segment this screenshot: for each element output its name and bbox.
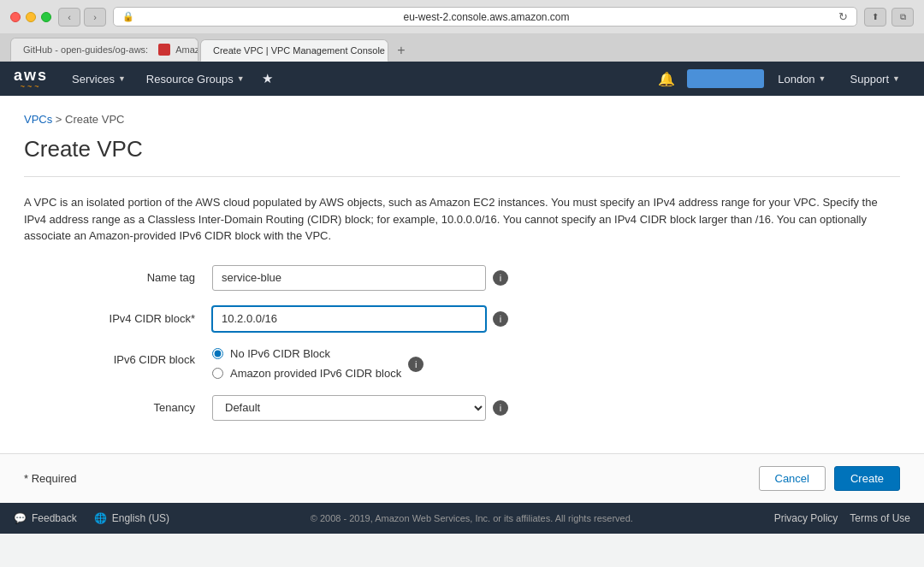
maximize-button[interactable] xyxy=(41,12,51,22)
feedback-button[interactable]: 💬 Feedback xyxy=(14,512,77,524)
browser-tabs: GitHub - open-guides/og-aws: Amazon Web … xyxy=(0,33,924,61)
new-tab-plus[interactable]: + xyxy=(390,40,412,61)
titlebar: ‹ › 🔒 eu-west-2.console.aws.amazon.com ↻… xyxy=(0,0,924,33)
cancel-button[interactable]: Cancel xyxy=(759,466,826,491)
aws-logo[interactable]: aws ~~~ xyxy=(14,68,48,91)
region-chevron: ▼ xyxy=(819,74,826,83)
tenancy-select-wrap: Default Dedicated Host xyxy=(212,395,486,421)
traffic-lights xyxy=(10,12,51,22)
tab-vpc-label: Create VPC | VPC Management Console xyxy=(213,45,385,56)
ipv4-row: IPv4 CIDR block* i xyxy=(41,306,883,332)
footer-links: Privacy Policy Terms of Use xyxy=(774,512,910,524)
close-button[interactable] xyxy=(10,12,21,22)
page-footer: 💬 Feedback 🌐 English (US) © 2008 - 2019,… xyxy=(0,503,924,534)
terms-of-use-link[interactable]: Terms of Use xyxy=(850,512,910,524)
refresh-icon[interactable]: ↻ xyxy=(838,10,848,23)
tab-github[interactable]: GitHub - open-guides/og-aws: Amazon Web … xyxy=(10,38,198,61)
tenancy-select[interactable]: Default Dedicated Host xyxy=(212,395,486,421)
services-chevron: ▼ xyxy=(118,74,126,83)
required-note: * Required xyxy=(24,472,76,485)
feedback-label: Feedback xyxy=(32,512,77,524)
region-button[interactable]: London ▼ xyxy=(767,62,836,96)
footer-bar: * Required Cancel Create xyxy=(0,453,924,503)
form-section: Name tag i IPv4 CIDR block* i IPv6 CIDR … xyxy=(24,265,900,421)
divider xyxy=(24,176,900,177)
ipv6-radio-group: No IPv6 CIDR Block Amazon provided IPv6 … xyxy=(212,347,401,380)
name-tag-row: Name tag i xyxy=(41,265,883,291)
lock-icon: 🔒 xyxy=(122,11,134,22)
aws-logo-arc: ~~~ xyxy=(21,83,42,91)
ipv4-control: i xyxy=(212,306,508,332)
services-label: Services xyxy=(72,73,115,86)
bell-icon[interactable]: 🔔 xyxy=(649,71,684,87)
share-button[interactable]: ⬆ xyxy=(864,8,886,27)
page-description: A VPC is an isolated portion of the AWS … xyxy=(24,194,900,245)
ipv6-amazon-block-label: Amazon provided IPv6 CIDR block xyxy=(230,367,401,380)
tenancy-label: Tenancy xyxy=(41,395,212,414)
account-button[interactable] xyxy=(687,69,764,88)
ipv6-no-block-radio[interactable] xyxy=(212,348,223,359)
ipv6-amazon-block-row: Amazon provided IPv6 CIDR block xyxy=(212,367,401,380)
create-button[interactable]: Create xyxy=(834,466,900,491)
url-bar[interactable]: 🔒 eu-west-2.console.aws.amazon.com ↻ xyxy=(113,7,857,27)
language-label: English (US) xyxy=(112,512,169,524)
breadcrumb-separator: > xyxy=(56,113,62,126)
tenancy-control: Default Dedicated Host i xyxy=(212,395,508,421)
language-button[interactable]: 🌐 English (US) xyxy=(94,512,169,524)
aws-logo-text: aws xyxy=(14,68,48,83)
browser-actions: ⬆ ⧉ xyxy=(864,8,914,27)
copyright-text: © 2008 - 2019, Amazon Web Services, Inc.… xyxy=(187,513,757,523)
support-chevron: ▼ xyxy=(892,74,900,83)
ipv6-no-block-label: No IPv6 CIDR Block xyxy=(230,347,330,360)
ipv6-no-block-row: No IPv6 CIDR Block xyxy=(212,347,401,360)
browser-chrome: ‹ › 🔒 eu-west-2.console.aws.amazon.com ↻… xyxy=(0,0,924,62)
resource-groups-label: Resource Groups xyxy=(146,73,234,86)
forward-button[interactable]: › xyxy=(84,8,106,27)
privacy-policy-link[interactable]: Privacy Policy xyxy=(774,512,838,524)
tenancy-info-icon[interactable]: i xyxy=(493,400,508,416)
ipv6-control: No IPv6 CIDR Block Amazon provided IPv6 … xyxy=(212,347,424,380)
region-label: London xyxy=(778,73,814,86)
tab-vpc-console[interactable]: Create VPC | VPC Management Console xyxy=(200,39,388,62)
ipv6-amazon-block-radio[interactable] xyxy=(212,368,223,379)
support-button[interactable]: Support ▼ xyxy=(840,62,910,96)
minimize-button[interactable] xyxy=(26,12,36,22)
breadcrumb: VPCs > Create VPC xyxy=(24,113,900,126)
tab-aws-guide-label: Amazon Web Services — a practical guide xyxy=(175,44,198,55)
services-nav[interactable]: Services ▼ xyxy=(62,62,136,96)
support-label: Support xyxy=(850,73,890,86)
url-text: eu-west-2.console.aws.amazon.com xyxy=(139,11,833,23)
ipv4-input[interactable] xyxy=(212,306,486,332)
page-title: Create VPC xyxy=(24,136,900,162)
footer-actions: Cancel Create xyxy=(759,466,901,491)
tenancy-row: Tenancy Default Dedicated Host i xyxy=(41,395,883,421)
nav-buttons: ‹ › xyxy=(58,8,106,27)
new-tab-button[interactable]: ⧉ xyxy=(891,8,914,27)
name-tag-label: Name tag xyxy=(41,265,212,284)
nav-right: 🔔 London ▼ Support ▼ xyxy=(649,62,910,96)
vpcs-link[interactable]: VPCs xyxy=(24,113,52,126)
name-tag-info-icon[interactable]: i xyxy=(493,270,508,286)
globe-icon: 🌐 xyxy=(94,512,107,524)
main-content: VPCs > Create VPC Create VPC A VPC is an… xyxy=(0,96,924,453)
favorites-star[interactable]: ★ xyxy=(255,71,280,86)
resource-groups-chevron: ▼ xyxy=(237,74,245,83)
breadcrumb-current: Create VPC xyxy=(65,113,124,126)
back-button[interactable]: ‹ xyxy=(58,8,80,27)
aws-navbar: aws ~~~ Services ▼ Resource Groups ▼ ★ 🔔… xyxy=(0,62,924,96)
tab-github-label: GitHub - open-guides/og-aws: xyxy=(23,44,153,55)
name-tag-control: i xyxy=(212,265,508,291)
ipv4-label: IPv4 CIDR block* xyxy=(41,306,212,325)
feedback-chat-icon: 💬 xyxy=(14,512,27,524)
ipv6-label: IPv6 CIDR block xyxy=(41,347,212,366)
ipv6-info-icon[interactable]: i xyxy=(408,357,424,372)
ipv6-row: IPv6 CIDR block No IPv6 CIDR Block Amazo… xyxy=(41,347,883,380)
ipv4-info-icon[interactable]: i xyxy=(493,311,508,327)
resource-groups-nav[interactable]: Resource Groups ▼ xyxy=(136,62,255,96)
name-tag-input[interactable] xyxy=(212,265,486,291)
tab-favicon-aws xyxy=(158,44,170,56)
